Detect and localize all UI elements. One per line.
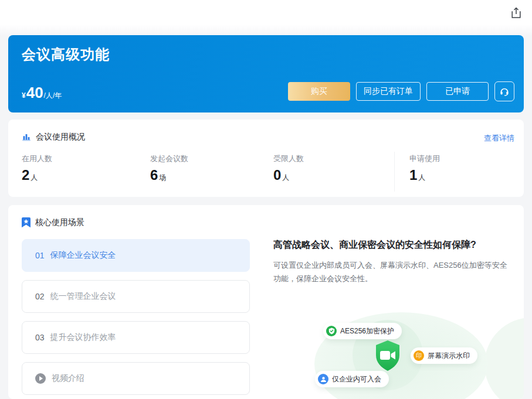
scenario-label: 提升会议协作效率 xyxy=(50,332,116,343)
scenario-label: 统一管理企业会议 xyxy=(50,291,116,302)
usage-card-title: 会议使用概况 xyxy=(36,132,85,142)
video-intro-item[interactable]: 视频介绍 xyxy=(22,362,250,395)
usage-card-header: 会议使用概况 xyxy=(22,132,85,142)
video-intro-label: 视频介绍 xyxy=(52,373,84,384)
badge-watermark: 印 屏幕演示水印 xyxy=(411,347,477,364)
sync-orders-button[interactable]: 同步已有订单 xyxy=(356,82,421,101)
scenarios-card-header: 核心使用场景 xyxy=(22,217,84,228)
badge-label: AES256加密保护 xyxy=(340,326,394,336)
product-banner: 会议高级功能 ¥ 40 /人/年 购买 同步已有订单 已申请 xyxy=(8,35,524,112)
buy-button[interactable]: 购买 xyxy=(288,82,350,101)
share-export-icon[interactable] xyxy=(509,6,523,20)
play-icon xyxy=(35,373,46,384)
stat-value: 2 xyxy=(22,168,29,182)
scenario-detail: 高管战略会议、商业保密会议的安全性如何保障? 可设置仅企业内部成员可入会、屏幕演… xyxy=(273,239,515,286)
stat-unit: 人 xyxy=(282,173,289,183)
seal-stamp-icon: 印 xyxy=(414,350,424,361)
stat-unit: 人 xyxy=(31,173,38,183)
shield-camera-icon xyxy=(372,339,403,374)
stat-unit: 人 xyxy=(418,173,425,183)
core-scenarios-card: 核心使用场景 xyxy=(8,205,524,399)
page-title: 会议高级功能 xyxy=(22,45,110,64)
detail-heading: 高管战略会议、商业保密会议的安全性如何保障? xyxy=(273,239,515,251)
stat-label: 受限人数 xyxy=(273,154,394,164)
stat-unit: 场 xyxy=(159,173,166,183)
scenario-list: 01 保障企业会议安全 02 统一管理企业会议 03 提升会议协作效率 视频介绍 xyxy=(22,239,250,395)
stat-meetings-started: 发起会议数 6场 xyxy=(150,154,273,192)
stat-active-users: 在用人数 2人 xyxy=(22,154,150,192)
stat-restricted-users: 受限人数 0人 xyxy=(273,154,394,192)
scenario-number: 01 xyxy=(35,251,45,260)
scenario-number: 03 xyxy=(35,333,45,342)
bookmark-star-icon xyxy=(22,217,31,228)
scenario-item-3[interactable]: 03 提升会议协作效率 xyxy=(22,321,250,354)
stat-value: 6 xyxy=(150,168,158,182)
scenarios-card-title: 核心使用场景 xyxy=(35,217,84,228)
price-unit: /人/年 xyxy=(44,91,62,101)
stat-value: 0 xyxy=(273,168,281,182)
banner-actions: 购买 同步已有订单 已申请 xyxy=(288,81,514,101)
applied-button[interactable]: 已申请 xyxy=(426,82,489,101)
price-amount: 40 xyxy=(26,85,43,100)
stat-label: 在用人数 xyxy=(22,154,150,164)
detail-description: 可设置仅企业内部成员可入会、屏幕演示水印、AES256位加密等安全功能，保障企业… xyxy=(273,259,509,286)
person-icon xyxy=(318,374,328,384)
badge-label: 屏幕演示水印 xyxy=(428,351,470,361)
stat-label: 申请使用 xyxy=(409,154,440,164)
usage-stats: 在用人数 2人 发起会议数 6场 受限人数 0人 申请使用 1人 xyxy=(22,154,514,192)
stat-apply-usage: 申请使用 1人 xyxy=(409,154,440,192)
badge-internal-only: 仅企业内可入会 xyxy=(315,371,389,387)
stat-value: 1 xyxy=(409,168,417,182)
scenario-number: 02 xyxy=(35,292,45,301)
view-details-link[interactable]: 查看详情 xyxy=(484,133,514,144)
price-currency: ¥ xyxy=(22,91,26,100)
scenario-label: 保障企业会议安全 xyxy=(50,250,116,261)
badge-aes256: AES256加密保护 xyxy=(323,323,402,339)
topbar xyxy=(0,0,532,27)
usage-overview-card: 会议使用概况 查看详情 在用人数 2人 发起会议数 6场 受限人数 0人 申请使… xyxy=(8,120,524,197)
badge-label: 仅企业内可入会 xyxy=(332,374,381,384)
headset-icon xyxy=(499,86,510,97)
scenario-item-1[interactable]: 01 保障企业会议安全 xyxy=(22,239,250,272)
shield-check-icon xyxy=(326,326,337,336)
stat-label: 发起会议数 xyxy=(150,154,273,164)
price: ¥ 40 /人/年 xyxy=(22,85,62,101)
bar-chart-icon xyxy=(22,132,31,142)
green-blob-right xyxy=(484,318,524,399)
scenario-item-2[interactable]: 02 统一管理企业会议 xyxy=(22,280,250,313)
support-button[interactable] xyxy=(494,81,514,101)
stats-divider xyxy=(394,152,395,192)
